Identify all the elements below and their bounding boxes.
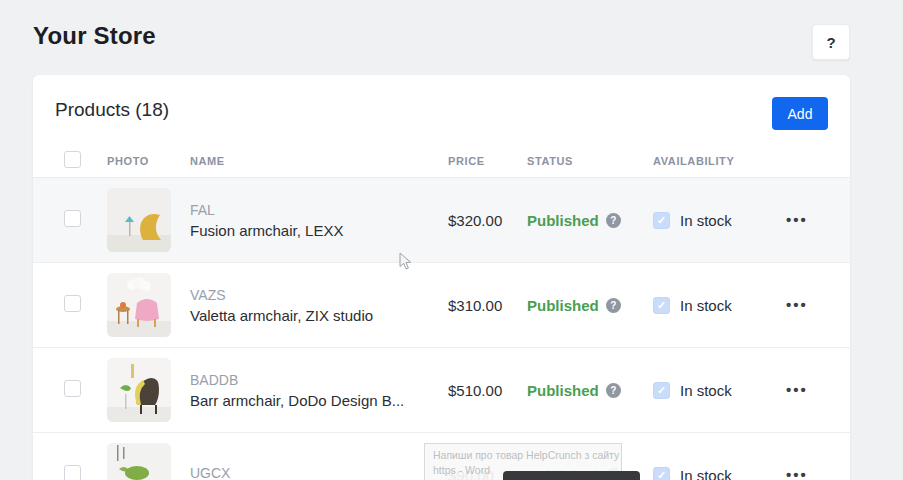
instock-label: In stock	[680, 382, 732, 399]
table-header: Photo Name Price Status Availability	[33, 145, 850, 178]
instock-checkbox[interactable]: ✓	[653, 467, 670, 480]
row-checkbox[interactable]	[64, 465, 81, 480]
dark-overlay-bar	[503, 471, 640, 480]
status-badge: Published	[527, 297, 599, 314]
help-button[interactable]: ?	[812, 24, 850, 60]
product-name: Valetta armchair, ZIX studio	[190, 307, 448, 324]
instock-label: In stock	[680, 212, 732, 229]
row-checkbox[interactable]	[64, 380, 81, 397]
more-options-icon[interactable]: •••	[786, 381, 808, 398]
product-name: Barr armchair, DoDo Design B...	[190, 392, 448, 409]
instock-checkbox[interactable]: ✓	[653, 382, 670, 399]
table-row: BADDB Barr armchair, DoDo Design B... $5…	[33, 348, 850, 433]
instock-label: In stock	[680, 297, 732, 314]
instock-checkbox[interactable]: ✓	[653, 212, 670, 229]
product-price: $310.00	[448, 297, 527, 314]
tooltip-line1: Напиши про товар HelpCrunch з сайту виро…	[433, 448, 613, 463]
instock-checkbox[interactable]: ✓	[653, 297, 670, 314]
status-help-icon[interactable]: ?	[606, 213, 621, 228]
table-row: VAZS Valetta armchair, ZIX studio $310.0…	[33, 263, 850, 348]
product-price: $320.00	[448, 212, 527, 229]
product-photo	[107, 443, 171, 480]
page-title: Your Store	[33, 22, 156, 50]
instock-label: In stock	[680, 467, 732, 480]
column-header-name: Name	[190, 155, 448, 167]
product-price: $510.00	[448, 382, 527, 399]
product-code: FAL	[190, 202, 448, 218]
products-heading: Products (18)	[55, 99, 828, 121]
status-badge: Published	[527, 212, 599, 229]
column-header-availability: Availability	[653, 155, 783, 167]
product-name: Fusion armchair, LEXX	[190, 222, 448, 239]
column-header-price: Price	[448, 155, 527, 167]
select-all-checkbox[interactable]	[64, 151, 81, 168]
status-help-icon[interactable]: ?	[606, 298, 621, 313]
more-options-icon[interactable]: •••	[786, 466, 808, 480]
status-help-icon[interactable]: ?	[606, 383, 621, 398]
product-photo	[107, 358, 171, 422]
products-card: Products (18) Add Photo Name Price Statu…	[33, 75, 850, 480]
column-header-photo: Photo	[107, 155, 190, 167]
product-code: BADDB	[190, 372, 448, 388]
status-badge: Published	[527, 382, 599, 399]
product-photo	[107, 273, 171, 337]
row-checkbox[interactable]	[64, 295, 81, 312]
card-header: Products (18) Add	[33, 75, 850, 145]
more-options-icon[interactable]: •••	[786, 211, 808, 228]
add-button[interactable]: Add	[772, 97, 828, 130]
more-options-icon[interactable]: •••	[786, 296, 808, 313]
column-header-status: Status	[527, 155, 653, 167]
product-code: UGCX	[190, 465, 448, 480]
product-code: VAZS	[190, 287, 448, 303]
product-photo	[107, 188, 171, 252]
table-row: FAL Fusion armchair, LEXX $320.00 Publis…	[33, 178, 850, 263]
mouse-cursor-icon	[399, 252, 412, 275]
row-checkbox[interactable]	[64, 210, 81, 227]
